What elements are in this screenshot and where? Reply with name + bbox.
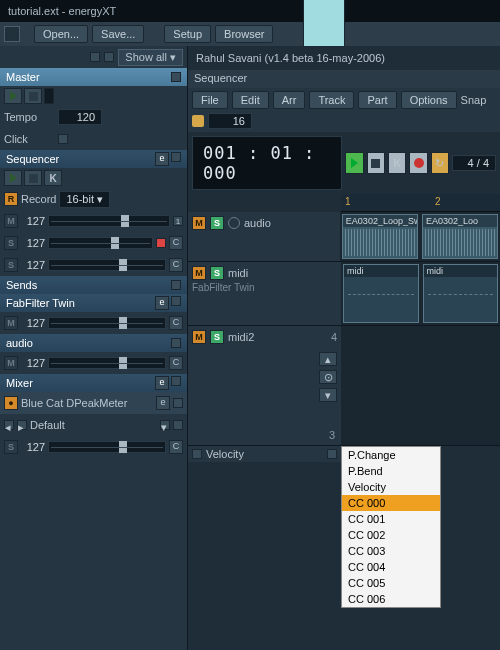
mute-button[interactable]: M [192,266,206,280]
min-icon[interactable] [171,152,181,162]
volume-slider[interactable] [48,317,166,329]
dropdown-item[interactable]: CC 002 [342,527,440,543]
pan-2[interactable] [156,238,166,248]
time-sig[interactable]: 4 / 4 [452,155,496,171]
dropdown-item[interactable]: Velocity [342,479,440,495]
options-menu[interactable]: Options [401,91,457,109]
e-button[interactable]: e [155,152,169,166]
record-arm[interactable]: R [4,192,18,206]
dropdown-item[interactable]: CC 001 [342,511,440,527]
volume-slider[interactable] [48,215,170,227]
timeline-ruler[interactable]: 1 2 [341,194,500,212]
play-button[interactable] [4,170,22,186]
next-button[interactable]: ▸ [17,420,27,430]
snap-toggle[interactable] [192,115,204,127]
stop-button[interactable] [24,88,42,104]
stop-button[interactable] [24,170,42,186]
bitdepth-select[interactable]: 16-bit ▾ [59,191,110,208]
volume-slider[interactable] [48,441,166,453]
e-button[interactable]: e [156,396,170,410]
play-button[interactable] [4,88,22,104]
master-header[interactable]: Master [0,68,187,86]
down-button[interactable]: ▾ [319,388,337,402]
dropdown-item[interactable]: P.Change [342,447,440,463]
audio-clip[interactable]: EA0302_Loo [422,214,498,259]
prev-button[interactable]: ◂ [4,420,14,430]
volume-slider[interactable] [48,357,166,369]
audio-header[interactable]: audio [0,334,187,352]
monitor-icon[interactable] [228,217,240,229]
collapse-icon[interactable] [192,449,202,459]
record-button[interactable] [409,152,427,174]
time-display[interactable]: 001 : 01 : 000 [192,136,342,190]
zoom-button[interactable]: ⊙ [319,370,337,384]
open-button[interactable]: Open... [34,25,88,43]
up-button[interactable]: ▴ [319,352,337,366]
loop-button[interactable]: ↻ [431,152,449,174]
click-toggle[interactable] [58,134,68,144]
dropdown-item[interactable]: CC 000 [342,495,440,511]
midi-clip[interactable]: midi [343,264,419,323]
setup-button[interactable]: Setup [164,25,211,43]
save-button[interactable]: Save... [92,25,144,43]
stop-button[interactable] [367,152,385,174]
play-button[interactable] [345,152,363,174]
part-menu[interactable]: Part [358,91,396,109]
min-icon[interactable] [171,72,181,82]
fabfilter-header[interactable]: FabFilter Twin e [0,294,187,312]
solo-button[interactable]: S [210,216,224,230]
dropdown-item[interactable]: CC 004 [342,559,440,575]
audio-lane[interactable]: EA0302_Loop_Sway EA0302_Loo [340,212,500,261]
expand-icon[interactable] [104,52,114,62]
dropdown-item[interactable]: CC 006 [342,591,440,607]
instrument-label: FabFilter Twin [192,282,337,293]
tempo-value[interactable]: 120 [58,109,102,125]
showall-button[interactable]: Show all ▾ [118,49,183,66]
mute-button[interactable]: M [4,214,18,228]
file-menu[interactable]: File [192,91,228,109]
snap-value[interactable]: 16 [208,113,252,129]
sequencer-title: Sequencer [188,70,500,88]
solo-button[interactable]: S [210,330,224,344]
browser-button[interactable]: Browser [215,25,273,43]
dropdown-item[interactable]: P.Bend [342,463,440,479]
sequencer-header[interactable]: Sequencer e [0,150,187,168]
midi-lane[interactable]: midi midi [341,262,500,325]
midi-clip[interactable]: midi [423,264,499,323]
midi2-lane[interactable] [341,326,500,445]
arr-menu[interactable]: Arr [273,91,306,109]
mixer-header[interactable]: Mixer e [0,374,187,392]
c-button[interactable]: C [169,236,183,250]
track-name[interactable]: audio [244,217,271,229]
solo-button[interactable]: S [4,236,18,250]
track-midi2: M S midi2 4 ▴ ⊙ ▾ 3 [188,326,500,446]
preset-label[interactable]: Default [30,419,157,431]
audio-clip[interactable]: EA0302_Loop_Sway [342,214,418,259]
dropdown-icon[interactable] [327,449,337,459]
plugin-icon[interactable]: ● [4,396,18,410]
edit-menu[interactable]: Edit [232,91,269,109]
track-name[interactable]: midi [228,267,248,279]
c-button[interactable]: C [169,258,183,272]
solo-button[interactable]: S [210,266,224,280]
sends-header[interactable]: Sends [0,276,187,294]
volume-slider[interactable] [48,259,166,271]
mute-button[interactable]: M [192,330,206,344]
min-icon[interactable] [171,280,181,290]
app-icon[interactable] [4,26,20,42]
volume-slider[interactable] [48,237,153,249]
velocity-label[interactable]: Velocity [206,448,323,460]
pan-1[interactable]: 1 [173,216,183,226]
dropdown-item[interactable]: CC 005 [342,575,440,591]
collapse-icon[interactable] [90,52,100,62]
rewind-button[interactable]: K [44,170,62,186]
velocity-dropdown[interactable]: P.ChangeP.BendVelocityCC 000CC 001CC 002… [341,446,441,608]
track-name[interactable]: midi2 [228,331,254,343]
click-label: Click [4,133,54,145]
solo-button[interactable]: S [4,258,18,272]
dropdown-item[interactable]: CC 003 [342,543,440,559]
waveform-icon [345,229,415,256]
rewind-button[interactable]: K [388,152,406,174]
track-menu[interactable]: Track [309,91,354,109]
mute-button[interactable]: M [192,216,206,230]
